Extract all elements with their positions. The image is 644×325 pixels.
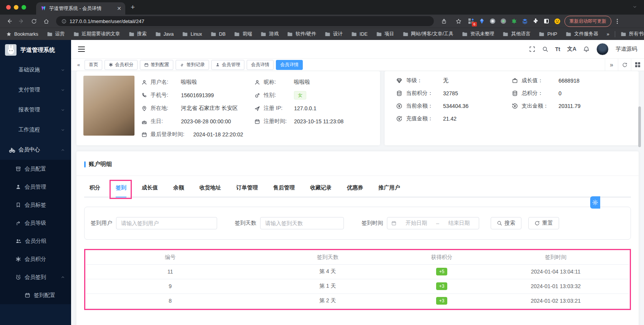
signin-user-input[interactable] (116, 217, 217, 229)
browser-tab[interactable]: 芋道管理系统 - 会员详情 ✕ (36, 2, 125, 15)
tab-close-icon[interactable]: ✕ (117, 5, 121, 12)
extension-circle-gray-icon[interactable] (489, 18, 496, 25)
tag-member-points[interactable]: 会员积分 (105, 60, 138, 70)
bookmark-folder[interactable]: 软件/硬件 (287, 31, 316, 37)
tags-scroll-left-icon[interactable]: « (75, 62, 82, 68)
forward-button[interactable] (16, 16, 27, 27)
bookmarks-overflow-icon[interactable]: » (607, 32, 609, 37)
address-bar[interactable]: 127.0.0.1/member/user/detail/247 (56, 16, 434, 26)
table-row[interactable]: 9 第 1 天 +3 2024-01-01 13:03:32 (86, 279, 629, 293)
browser-update-button[interactable]: 重新启动即可更新 (564, 16, 611, 27)
extension-puzzle-icon[interactable] (532, 18, 539, 25)
tag-signin-record[interactable]: 签到记录 (176, 60, 209, 70)
tab-aftersale[interactable]: 售后管理 (273, 184, 295, 197)
sidebar-item-payment[interactable]: 支付管理 (0, 80, 71, 100)
info-icon[interactable] (61, 19, 66, 24)
tags-scroll-right-icon[interactable]: » (605, 59, 618, 71)
page-scrollbar-thumb[interactable] (638, 106, 641, 147)
sidebar-item-member-signin[interactable]: 会员签到 (0, 268, 71, 286)
bookmark-folder[interactable]: DB (211, 32, 226, 37)
tag-home[interactable]: 首页 (85, 60, 102, 70)
bookmark-star-icon[interactable] (453, 16, 464, 27)
chevron-down-icon[interactable] (632, 5, 637, 9)
tag-signin-config[interactable]: 签到配置 (140, 60, 173, 70)
refresh-icon[interactable] (618, 59, 631, 71)
browser-menu-icon[interactable] (615, 19, 619, 24)
bookmark-folder[interactable]: 资讯未整理 (462, 31, 495, 37)
sidebar-item-member-level[interactable]: 会员等级 (0, 214, 71, 232)
table-row[interactable]: 8 第 2 天 +3 2024-01-02 13:03:21 (86, 293, 629, 308)
extension-window-icon[interactable] (543, 18, 550, 25)
sidebar-item-member-tag[interactable]: 会员标签 (0, 196, 71, 214)
bookmark-folder[interactable]: 游戏 (261, 31, 279, 37)
tab-balance[interactable]: 余额 (173, 184, 184, 197)
tag-member-detail-active[interactable]: 会员详情 (276, 60, 303, 70)
extension-pin-icon[interactable] (478, 18, 485, 25)
tab-signin[interactable]: 签到 (116, 184, 126, 197)
new-tab-button[interactable]: + (131, 3, 135, 12)
bookmark-folder[interactable]: PHP (539, 32, 557, 37)
tab-orders[interactable]: 订单管理 (236, 184, 258, 197)
username[interactable]: 芋道源码 (616, 46, 637, 53)
search-icon[interactable] (542, 46, 548, 52)
bookmark-folder[interactable]: 设计 (325, 31, 343, 37)
bookmarks-manager-item[interactable]: Bookmarks (6, 32, 38, 37)
tag-member-manage[interactable]: 会员管理 (211, 60, 244, 70)
tag-member-detail[interactable]: 会员详情 (247, 60, 274, 70)
bookmark-folder[interactable]: 其他语言 (503, 31, 530, 37)
bell-icon[interactable] (583, 46, 589, 52)
bookmark-folder[interactable]: Linux (182, 32, 202, 37)
signin-days-input[interactable] (260, 217, 344, 229)
user-avatar[interactable] (596, 43, 609, 55)
sidebar-item-infrastructure[interactable]: 基础设施 (0, 60, 71, 80)
extension-grid-icon[interactable]: 6 (468, 18, 475, 25)
table-row[interactable]: 11 第 4 天 +5 2024-01-04 13:04:11 (86, 264, 629, 279)
close-window-button[interactable] (6, 5, 11, 10)
sidebar-item-member-group[interactable]: 会员分组 (0, 232, 71, 250)
tab-growth[interactable]: 成长值 (142, 184, 158, 197)
home-button[interactable] (41, 16, 51, 27)
tab-address[interactable]: 收货地址 (199, 184, 221, 197)
sidebar-item-workflow[interactable]: 工作流程 (0, 120, 71, 140)
search-button[interactable]: 搜索 (491, 217, 521, 229)
bookmark-folder[interactable]: 前端 (234, 31, 252, 37)
layout-grid-icon[interactable] (631, 59, 644, 71)
extension-circle-green-icon[interactable] (500, 18, 507, 25)
sidebar-item-signin-config[interactable]: 签到配置 (0, 286, 71, 304)
reset-button[interactable]: 重置 (528, 217, 559, 229)
bookmark-folder[interactable]: 网站/博客/文章/工具 (403, 31, 453, 37)
all-bookmarks-item[interactable]: 所有书签 (621, 31, 644, 37)
fullscreen-icon[interactable] (529, 46, 535, 52)
bookmark-folder[interactable]: 项目 (376, 31, 394, 37)
bookmark-folder[interactable]: 文件服务器 (566, 31, 598, 37)
extension-emoji-icon[interactable] (554, 18, 561, 25)
share-icon[interactable] (438, 16, 449, 27)
bookmark-folder[interactable]: IDE (351, 32, 368, 37)
tab-favorites[interactable]: 收藏记录 (310, 184, 332, 197)
signin-date-range-picker[interactable]: 开始日期 – 结束日期 (387, 217, 479, 229)
bookmark-folder[interactable]: 搜索 (129, 31, 147, 37)
settings-fab[interactable] (590, 196, 600, 209)
link-icon (180, 63, 184, 67)
sidebar-item-report[interactable]: 报表管理 (0, 100, 71, 120)
fontsize-icon[interactable]: Tt (555, 46, 560, 52)
tab-coupons[interactable]: 优惠券 (347, 184, 363, 197)
extension-star-green-icon[interactable] (511, 18, 518, 25)
extension-layers-blue-icon[interactable] (521, 18, 528, 25)
minimize-window-button[interactable] (14, 5, 18, 10)
bookmark-folder[interactable]: Java (155, 32, 174, 37)
reload-button[interactable] (28, 16, 39, 27)
tab-points[interactable]: 积分 (90, 184, 100, 197)
tab-promotion[interactable]: 推广用户 (378, 184, 400, 197)
sidebar-item-member-manage[interactable]: 会员管理 (0, 178, 71, 196)
sidebar-item-member-points[interactable]: 会员积分 (0, 250, 71, 268)
app-logo[interactable]: 芋道管理系统 (0, 40, 71, 60)
hamburger-icon[interactable] (78, 46, 85, 52)
maximize-window-button[interactable] (22, 5, 26, 10)
bookmark-folder[interactable]: 近期需要读的文章 (73, 31, 120, 37)
sidebar-item-member-center[interactable]: 会员中心 (0, 140, 71, 160)
bookmark-folder[interactable]: 运营 (47, 31, 65, 37)
translate-icon[interactable]: 文A (567, 46, 576, 53)
back-button[interactable] (4, 16, 15, 27)
sidebar-item-member-config[interactable]: 会员配置 (0, 160, 71, 178)
